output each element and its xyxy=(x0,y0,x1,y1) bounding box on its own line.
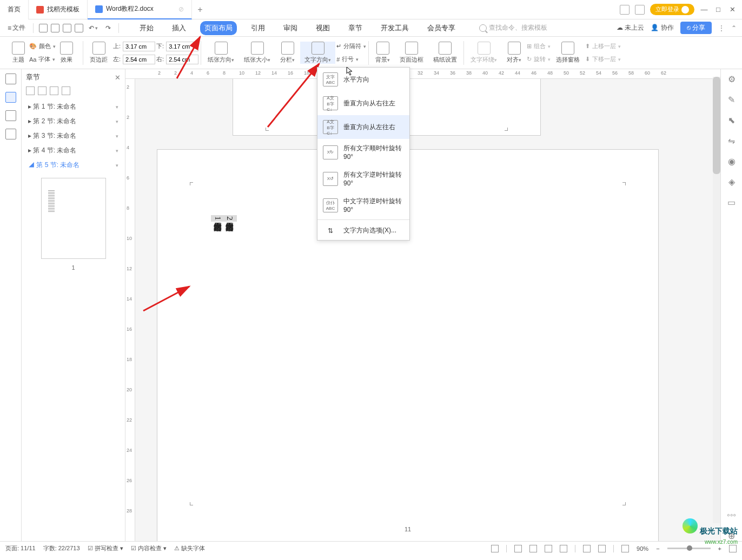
dd-vertical-ltr[interactable]: A文B字C↓垂直方向从左往右 xyxy=(317,115,409,139)
ribbon-lineno[interactable]: # 行号▾ xyxy=(336,54,366,65)
cloud-status[interactable]: ☁ 未上云 xyxy=(617,23,644,32)
document-text[interactable]: 这里是举例文字内容2 这里是举例文字内容1 xyxy=(211,215,237,222)
menu-reference[interactable]: 引用 xyxy=(247,21,269,35)
vertical-ruler[interactable]: 2246810121416182022242628 xyxy=(125,79,135,541)
menu-view[interactable]: 视图 xyxy=(312,21,334,35)
dd-vertical-rtl[interactable]: A文B字C↓垂直方向从右往左 xyxy=(317,91,409,115)
ribbon-effect[interactable]: 效果 xyxy=(56,42,77,64)
margin-top-input[interactable] xyxy=(123,42,155,51)
ribbon-rotate[interactable]: ↻ 旋转▾ xyxy=(527,54,551,65)
tab-document[interactable]: Word教程2.docx⊘ xyxy=(88,0,192,19)
section-item-2[interactable]: ▸ 第 2 节: 未命名▾ xyxy=(26,114,121,129)
tab-add-button[interactable]: + xyxy=(192,5,208,15)
ribbon-orient[interactable]: 纸张方向▾ xyxy=(203,42,239,64)
margin-left-input[interactable] xyxy=(123,55,155,64)
share-button[interactable]: ⎋ 分享 xyxy=(680,22,712,34)
ribbon-front[interactable]: ⬆ 上移一层▾ xyxy=(585,41,621,52)
tab-menu-icon[interactable]: ⊘ xyxy=(178,5,184,13)
status-content[interactable]: ☑ 内容检查 ▾ xyxy=(131,544,167,552)
dd-rotate-ccw[interactable]: X↺所有文字逆时针旋转90° xyxy=(317,165,409,192)
status-words[interactable]: 字数: 22/2713 xyxy=(43,544,80,552)
section-thumbnail[interactable] xyxy=(41,178,106,259)
ribbon-color[interactable]: 🎨 颜色▾ xyxy=(29,41,56,52)
layout-icon-1[interactable] xyxy=(620,5,630,15)
sb-zoom-fit[interactable] xyxy=(621,545,629,552)
left-tool-search[interactable] xyxy=(5,129,16,139)
zoom-in[interactable]: + xyxy=(718,545,721,552)
sb-view-3[interactable] xyxy=(529,545,537,552)
tab-template[interactable]: 找稻壳模板 xyxy=(29,0,88,19)
qa-icon-1[interactable] xyxy=(39,24,48,32)
status-fontmissing[interactable]: ⚠ 缺失字体 xyxy=(174,544,205,552)
margin-right-input[interactable] xyxy=(166,55,198,64)
ribbon-theme[interactable]: 主题 xyxy=(8,42,29,64)
menu-insert[interactable]: 插入 xyxy=(168,21,190,35)
vertical-scrollbar[interactable] xyxy=(713,77,720,523)
margin-bottom-input[interactable] xyxy=(166,42,198,51)
right-tool-3[interactable]: ⬉ xyxy=(726,115,737,125)
qa-icon-2[interactable] xyxy=(51,24,59,32)
menu-start[interactable]: 开始 xyxy=(135,21,158,35)
sb-view-5[interactable] xyxy=(560,545,567,552)
close-button[interactable]: ✕ xyxy=(728,5,737,14)
zoom-slider[interactable] xyxy=(667,548,711,549)
qa-icon-3[interactable] xyxy=(63,24,71,32)
status-spell[interactable]: ☑ 拼写检查 ▾ xyxy=(88,544,123,552)
section-item-4[interactable]: ▸ 第 4 节: 未命名▾ xyxy=(26,143,121,158)
section-item-1[interactable]: ▸ 第 1 节: 未命名▾ xyxy=(26,99,121,114)
right-tool-5[interactable]: ◉ xyxy=(726,156,737,166)
ribbon-align[interactable]: 对齐▾ xyxy=(502,42,526,64)
dd-rotate-cw[interactable]: X↻所有文字顺时针旋转90° xyxy=(317,139,409,165)
minimize-button[interactable]: — xyxy=(700,5,708,14)
menu-devtools[interactable]: 开发工具 xyxy=(376,21,413,35)
tab-home[interactable]: 首页 xyxy=(0,0,29,19)
sp-tool-2[interactable] xyxy=(38,86,47,95)
qa-icon-4[interactable] xyxy=(75,24,83,32)
sb-view-4[interactable] xyxy=(545,545,552,552)
section-item-3[interactable]: ▸ 第 3 节: 未命名▾ xyxy=(26,129,121,143)
sb-layout-1[interactable] xyxy=(583,545,591,552)
zoom-out[interactable]: − xyxy=(656,545,659,552)
section-item-5[interactable]: ◢ 第 5 节: 未命名▾ xyxy=(26,158,121,172)
sb-layout-2[interactable] xyxy=(598,545,606,552)
menu-section[interactable]: 章节 xyxy=(344,21,367,35)
left-tool-2[interactable] xyxy=(5,92,16,103)
ribbon-font[interactable]: Aa 字体▾ xyxy=(29,54,56,65)
ribbon-margin[interactable]: 页边距 xyxy=(85,42,112,64)
ribbon-columns[interactable]: 分栏▾ xyxy=(276,42,299,64)
ribbon-bg[interactable]: 背景▾ xyxy=(371,42,394,64)
qa-undo[interactable]: ↶▾ xyxy=(87,23,100,33)
right-tool-2[interactable]: ✎ xyxy=(726,94,737,105)
ribbon-textdir[interactable]: 文字方向▾ xyxy=(300,42,335,64)
menu-review[interactable]: 审阅 xyxy=(279,21,302,35)
ribbon-size[interactable]: 纸张大小▾ xyxy=(240,42,275,64)
section-panel-close[interactable]: ✕ xyxy=(115,74,121,82)
dd-chinese-ccw[interactable]: 仪仆ABC中文字符逆时针旋转90° xyxy=(317,192,409,218)
collapse-icon[interactable]: ⌃ xyxy=(731,24,737,32)
layout-icon-2[interactable] xyxy=(635,5,645,15)
file-menu[interactable]: ≡ 文件 xyxy=(5,22,28,34)
ribbon-breaks[interactable]: ↵ 分隔符▾ xyxy=(336,41,366,52)
status-page[interactable]: 页面: 11/11 xyxy=(5,544,36,552)
maximize-button[interactable]: □ xyxy=(714,5,723,14)
qa-redo[interactable]: ↷ xyxy=(103,23,113,33)
sp-tool-1[interactable] xyxy=(26,86,35,95)
more-icon[interactable]: ⋮ xyxy=(718,24,725,32)
dd-options[interactable]: ⇅文字方向选项(X)... xyxy=(317,221,409,240)
ribbon-select[interactable]: 选择窗格 xyxy=(552,42,584,64)
sb-view-2[interactable] xyxy=(514,545,522,552)
right-tool-7[interactable]: ▭ xyxy=(726,197,737,208)
right-tool-6[interactable]: ◈ xyxy=(726,176,737,187)
sb-view-1[interactable] xyxy=(491,545,499,552)
horizontal-ruler[interactable]: 2246810121416182022242628303234363840424… xyxy=(125,69,720,79)
sp-tool-3[interactable] xyxy=(50,86,58,95)
ribbon-back[interactable]: ⬇ 下移一层▾ xyxy=(585,54,621,65)
vscroll-thumb[interactable] xyxy=(713,77,720,174)
pages-wrap[interactable]: 11 这里是举例文字内容2 这里是举例文字内容1 xyxy=(135,79,720,541)
login-button[interactable]: 立即登录 xyxy=(650,4,694,15)
search-input[interactable]: 查找命令、搜索模板 xyxy=(479,23,547,32)
right-tool-1[interactable]: ⚙ xyxy=(726,74,737,84)
ribbon-border[interactable]: 页面边框 xyxy=(395,42,428,64)
right-tool-4[interactable]: ⇋ xyxy=(726,135,737,146)
left-tool-bookmark[interactable] xyxy=(5,110,16,121)
